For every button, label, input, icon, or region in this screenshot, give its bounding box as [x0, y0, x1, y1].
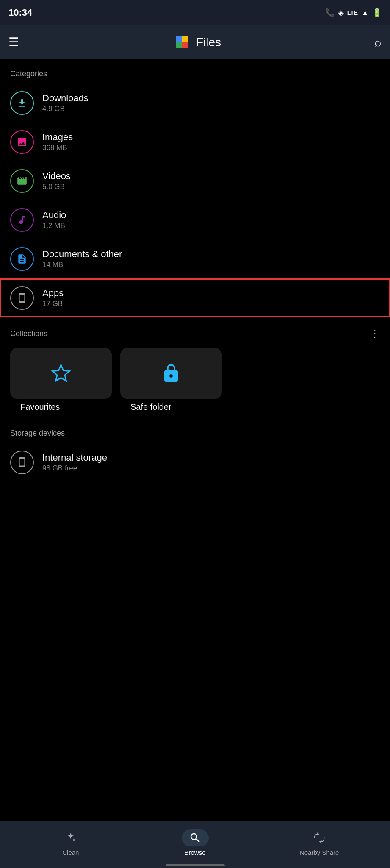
nav-item-browse[interactable]: Browse	[133, 829, 257, 856]
category-item-videos[interactable]: Videos 5.0 GB	[0, 161, 390, 200]
documents-icon	[17, 253, 28, 264]
collections-label: Collections	[10, 329, 47, 338]
internal-storage-size: 98 GB free	[42, 464, 107, 473]
downloads-text: Downloads 4.9 GB	[42, 93, 89, 113]
internal-storage-icon-wrap	[10, 451, 34, 474]
category-item-documents[interactable]: Documents & other 14 MB	[0, 239, 390, 278]
clean-label: Clean	[62, 849, 79, 856]
videos-icon-wrap	[10, 169, 34, 193]
status-icons: 📞 ◈ LTE ▲ 🔋	[325, 8, 382, 17]
documents-text: Documents & other 14 MB	[42, 249, 122, 269]
downloads-size: 4.9 GB	[42, 105, 89, 113]
images-size: 368 MB	[42, 144, 73, 152]
category-item-audio[interactable]: Audio 1.2 MB	[0, 200, 390, 239]
category-item-images[interactable]: Images 368 MB	[0, 122, 390, 161]
images-name: Images	[42, 132, 73, 143]
nav-item-nearby-share[interactable]: Nearby Share	[257, 829, 382, 856]
menu-icon[interactable]: ☰	[8, 36, 19, 48]
download-icon	[17, 97, 28, 108]
nearby-share-label: Nearby Share	[300, 849, 339, 856]
category-item-apps[interactable]: Apps 17 GB	[0, 278, 390, 317]
videos-text: Videos 5.0 GB	[42, 171, 71, 191]
audio-name: Audio	[42, 210, 66, 221]
bottom-nav: Clean Browse Nearby Share	[0, 821, 390, 868]
internal-storage-icon	[17, 457, 28, 468]
storage-item-internal[interactable]: Internal storage 98 GB free	[0, 443, 390, 482]
storage-devices-label: Storage devices	[0, 420, 390, 443]
documents-name: Documents & other	[42, 249, 122, 260]
clean-icon-wrap	[57, 829, 84, 846]
home-indicator	[166, 864, 225, 866]
internal-storage-text: Internal storage 98 GB free	[42, 452, 107, 473]
internal-storage-name: Internal storage	[42, 452, 107, 463]
favourites-card[interactable]	[10, 348, 112, 399]
app-title: Files	[196, 36, 221, 49]
audio-size: 1.2 MB	[42, 222, 66, 230]
collections-more-icon[interactable]: ⋮	[370, 328, 380, 339]
images-text: Images 368 MB	[42, 132, 73, 152]
documents-size: 14 MB	[42, 261, 122, 269]
signal-icon: ▲	[361, 8, 369, 17]
call-icon: 📞	[325, 8, 335, 17]
downloads-name: Downloads	[42, 93, 89, 104]
battery-icon: 🔋	[372, 8, 382, 17]
nearby-share-icon	[313, 832, 326, 844]
lte-icon: LTE	[347, 9, 358, 16]
safe-folder-card[interactable]	[120, 348, 222, 399]
downloads-icon-wrap	[10, 91, 34, 115]
audio-icon-wrap	[10, 208, 34, 232]
collection-item-favourites[interactable]: Favourites	[10, 348, 112, 412]
apps-icon	[17, 292, 28, 303]
status-time: 10:34	[8, 7, 32, 18]
browse-search-icon	[189, 832, 202, 844]
audio-text: Audio 1.2 MB	[42, 210, 66, 230]
content-area: Categories Downloads 4.9 GB Images 368 M…	[0, 59, 390, 533]
videos-icon	[17, 175, 28, 186]
collections-header: Collections ⋮	[0, 317, 390, 345]
apps-text: Apps 17 GB	[42, 288, 64, 308]
status-bar: 10:34 📞 ◈ LTE ▲ 🔋	[0, 0, 390, 25]
images-icon-wrap	[10, 130, 34, 154]
favourites-name: Favourites	[10, 399, 70, 412]
clean-sparkle-icon	[64, 832, 77, 844]
images-icon	[17, 136, 28, 147]
collection-item-safe-folder[interactable]: Safe folder	[120, 348, 222, 412]
wifi-icon: ◈	[338, 8, 344, 17]
safe-folder-name: Safe folder	[120, 399, 182, 412]
apps-size: 17 GB	[42, 300, 64, 308]
apps-name: Apps	[42, 288, 64, 299]
browse-label: Browse	[184, 849, 205, 856]
browse-icon-wrap	[182, 829, 209, 846]
documents-icon-wrap	[10, 247, 34, 271]
app-bar: ☰ Files ⌕	[0, 25, 390, 59]
safe-folder-lock-icon	[161, 363, 181, 384]
search-icon[interactable]: ⌕	[374, 36, 382, 49]
nearby-share-icon-wrap	[306, 829, 333, 846]
videos-name: Videos	[42, 171, 71, 182]
category-item-downloads[interactable]: Downloads 4.9 GB	[0, 83, 390, 122]
favourites-star-icon	[51, 363, 71, 384]
categories-label: Categories	[0, 59, 390, 83]
videos-size: 5.0 GB	[42, 183, 71, 191]
app-logo	[172, 33, 191, 52]
collections-grid: Favourites Safe folder	[0, 345, 390, 420]
nav-item-clean[interactable]: Clean	[8, 829, 133, 856]
apps-icon-wrap	[10, 286, 34, 310]
audio-icon	[17, 214, 28, 225]
